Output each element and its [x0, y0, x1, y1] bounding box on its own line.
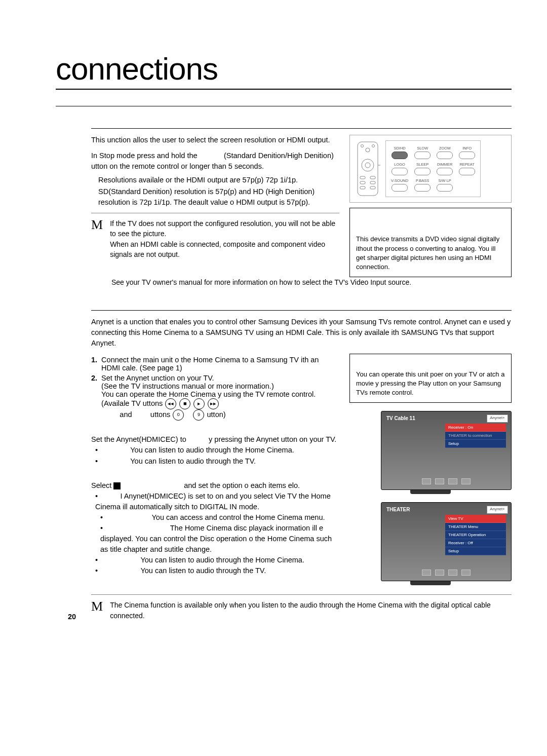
t: Set the Anynet(HDMICEC) to	[91, 435, 186, 443]
page-number: 20	[68, 613, 76, 621]
t: You can listen to audio through the TV.	[140, 566, 266, 575]
rewind-icon: ◂◂	[165, 398, 176, 409]
btn: ZOOM	[437, 146, 453, 150]
btn: V-SOUND	[391, 178, 408, 183]
menu-row: Setup	[445, 440, 506, 448]
t: You can listen to audio through the TV.	[130, 457, 256, 465]
btn: LOGO	[391, 162, 408, 167]
anynet-step2: Set the Anynet unction on your TV.	[101, 374, 339, 382]
anynet-badge: Anynet+	[487, 414, 508, 423]
ffwd-icon: ▸▸	[208, 398, 219, 409]
t: You can access and control the Home Cine…	[152, 513, 325, 521]
hdmi-note1: If the TV does not support the configure…	[110, 218, 339, 239]
button-panel: SD/HD SLOW ZOOM INFO LOGO SLEEP DIMMER R…	[385, 140, 481, 197]
remote-diagram: SD/HD SLOW ZOOM INFO LOGO SLEEP DIMMER R…	[349, 135, 512, 203]
anynet-step2b: (See the TV instructions manual or more …	[101, 382, 339, 390]
t: I Anynet(HDMICEC) is set to on and you s…	[95, 492, 331, 511]
t: You can listen to audio through the Home…	[130, 446, 294, 454]
num9-icon: 9	[193, 409, 204, 421]
btn: P.BASS	[414, 178, 431, 183]
rule	[91, 128, 512, 129]
btn: DIMMER	[437, 162, 453, 167]
menu-row: THEATER to connection	[445, 432, 506, 440]
rule	[91, 310, 512, 311]
play-icon: ▸	[193, 398, 205, 409]
t: The Home Cinema disc playack inormation …	[100, 524, 332, 553]
tv-screen-1: Anynet+ TV Cable 11 Receiver : On THEATE…	[381, 411, 512, 490]
tv2-menu: View TV THEATER Menu THEATER Operation R…	[445, 515, 506, 555]
hdmi-step: In Stop mode press and hold the (Standar…	[91, 150, 339, 172]
btn: REPEAT	[459, 162, 475, 167]
hdmi-callout: This device transmits a DVD video signal…	[349, 208, 512, 277]
rule	[56, 106, 512, 106]
t: In Stop mode press and hold the	[91, 152, 198, 160]
num0-icon: 0	[173, 409, 184, 421]
hdmi-note2: When an HDMI cable is connected, composi…	[110, 239, 339, 260]
sub-hdmi	[91, 117, 512, 125]
anynet-intro: Anynet is a unction that enales you to c…	[91, 317, 512, 349]
black-box-icon	[113, 482, 121, 489]
menu-row: THEATER Operation	[445, 531, 506, 539]
anynet-step1: Connect the main unit o the Home Cinema …	[101, 356, 339, 372]
t: You can operate this unit poer on your T…	[356, 370, 505, 398]
tv1-title: TV Cable 11	[386, 415, 415, 421]
tvmenu-label	[91, 426, 339, 433]
hdmi-note3: See your TV owner's manual for more info…	[111, 277, 512, 287]
page-title: connections	[56, 51, 512, 90]
theater-label	[91, 472, 339, 479]
hdmi-bullet1: Resolutions availale or the HDMI output …	[98, 175, 339, 185]
sub-anynet	[91, 298, 512, 307]
anynet-callout: You can operate this unit poer on your T…	[349, 354, 512, 403]
rule	[91, 594, 512, 595]
btn: SD/HD	[391, 146, 408, 150]
btn: INFO	[459, 146, 475, 150]
t: You can listen to audio through the Home…	[140, 556, 304, 564]
btn: SLOW	[414, 146, 431, 150]
btn: SLEEP	[414, 162, 431, 167]
t: Select	[91, 481, 111, 489]
callout-body: This device transmits a DVD video signal…	[356, 235, 505, 272]
anynet-note: The Cinema function is available only wh…	[110, 600, 512, 621]
btn: S/W LP	[437, 178, 453, 183]
rule	[91, 213, 339, 213]
stop-icon: ■	[179, 398, 190, 409]
t: and	[120, 410, 132, 419]
t: utton)	[207, 410, 226, 419]
t: and set the option o each items elo.	[184, 481, 300, 489]
note-icon: M	[91, 218, 103, 259]
section-hdr-hdmi	[56, 95, 512, 103]
hdmi-intro: This unction allos the user to select th…	[91, 135, 339, 145]
menu-row: THEATER Menu	[445, 523, 506, 531]
menu-row: View TV	[445, 515, 506, 523]
menu-row: Receiver : Off	[445, 539, 506, 547]
remote-icon	[355, 141, 380, 197]
callout-head	[356, 213, 505, 222]
menu-row: Receiver : On	[445, 424, 506, 432]
tv2-title: THEATER	[386, 507, 410, 512]
svg-rect-0	[358, 142, 378, 196]
note-icon: M	[91, 600, 103, 621]
anynet-badge: Anynet+	[487, 506, 508, 514]
menu-row: Setup	[445, 547, 506, 555]
t: uttons	[150, 410, 171, 419]
t: y pressing the Anynet utton on your TV.	[209, 435, 336, 443]
hdmi-bullet2: SD(Standard Denition) resolution is 57p(…	[98, 186, 339, 208]
tv-screen-2: Anynet+ THEATER View TV THEATER Menu THE…	[381, 502, 512, 581]
tv1-menu: Receiver : On THEATER to connection Setu…	[445, 424, 506, 448]
